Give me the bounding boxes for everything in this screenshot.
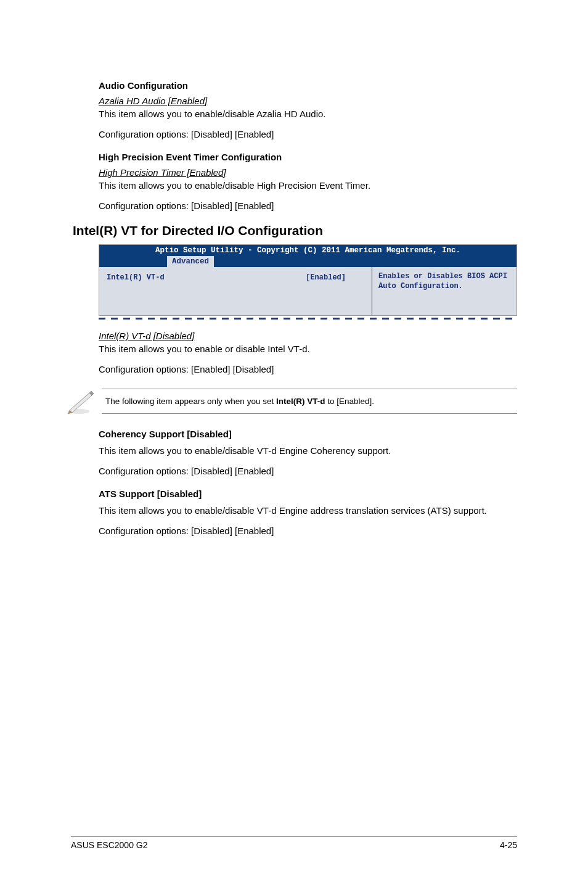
bios-tab-advanced: Advanced: [167, 256, 214, 267]
bios-screenshot: Aptio Setup Utility - Copyright (C) 2011…: [99, 244, 517, 316]
bios-help-pane: Enables or Disables BIOS ACPI Auto Confi…: [372, 267, 517, 315]
vtd-options: Configuration options: [Enabled] [Disabl…: [99, 363, 517, 376]
coherency-options: Configuration options: [Disabled] [Enabl…: [99, 464, 517, 477]
ats-options: Configuration options: [Disabled] [Enabl…: [99, 524, 517, 537]
note-row: The following item appears only when you…: [65, 387, 517, 415]
bios-item-label: Intel(R) VT-d: [107, 273, 306, 309]
azalia-options: Configuration options: [Disabled] [Enabl…: [99, 128, 517, 141]
note-suffix: to [Enabled].: [325, 397, 374, 406]
bios-tabs: Advanced: [99, 256, 517, 267]
note-prefix: The following item appears only when you…: [105, 397, 276, 406]
pencil-note-icon: [65, 387, 97, 415]
hp-timer-subheading: High Precision Timer [Enabled]: [99, 167, 517, 178]
ats-heading: ATS Support [Disabled]: [99, 489, 517, 499]
vtd-desc: This item allows you to enable or disabl…: [99, 342, 517, 355]
hp-timer-desc: This item allows you to enable/disable H…: [99, 179, 517, 192]
note-box: The following item appears only when you…: [102, 389, 517, 414]
hp-timer-options: Configuration options: [Disabled] [Enabl…: [99, 199, 517, 212]
bios-left-pane: Intel(R) VT-d [Enabled]: [99, 267, 372, 315]
page-footer: ASUS ESC2000 G2 4-25: [71, 836, 517, 850]
azalia-desc: This item allows you to enable/disable A…: [99, 107, 517, 120]
dashed-separator: [99, 318, 517, 320]
azalia-subheading: Azalia HD Audio [Enabled]: [99, 96, 517, 106]
ats-desc: This item allows you to enable/disable V…: [99, 504, 517, 517]
bios-body: Intel(R) VT-d [Enabled] Enables or Disab…: [99, 267, 517, 315]
main-heading: Intel(R) VT for Directed I/O Configurati…: [73, 223, 517, 238]
note-bold: Intel(R) VT-d: [276, 397, 325, 406]
audio-config-heading: Audio Configuration: [99, 80, 517, 91]
footer-left: ASUS ESC2000 G2: [71, 840, 148, 850]
svg-line-1: [73, 392, 91, 407]
bios-header: Aptio Setup Utility - Copyright (C) 2011…: [99, 245, 517, 256]
vtd-subheading: Intel(R) VT-d [Disabled]: [99, 331, 517, 341]
bios-item-value: [Enabled]: [306, 273, 364, 309]
coherency-desc: This item allows you to enable/disable V…: [99, 444, 517, 457]
coherency-heading: Coherency Support [Disabled]: [99, 429, 517, 439]
hp-timer-heading: High Precision Event Timer Configuration: [99, 152, 517, 162]
footer-right: 4-25: [500, 840, 517, 850]
